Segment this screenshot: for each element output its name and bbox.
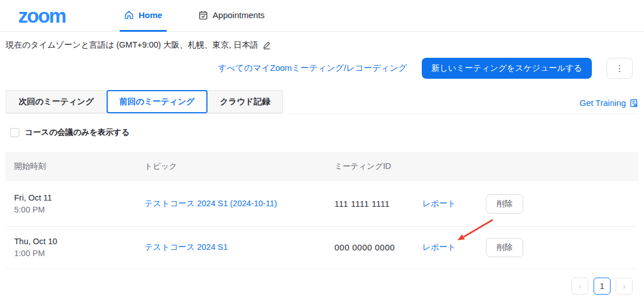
- edit-timezone-icon[interactable]: [262, 41, 271, 49]
- more-options-button[interactable]: ⋮: [607, 58, 633, 79]
- nav-item-appointments[interactable]: Appointments: [194, 0, 269, 32]
- zoom-logo[interactable]: zoom: [18, 6, 65, 25]
- tab-previous-meetings[interactable]: 前回のミーティング: [107, 90, 208, 113]
- report-link[interactable]: レポート: [422, 199, 456, 208]
- calendar-check-icon: [198, 10, 208, 20]
- meeting-date: Fri, Oct 11: [14, 193, 145, 202]
- start-time-cell: Fri, Oct 11 5:00 PM: [14, 193, 145, 214]
- meeting-id: 000 0000 0000: [334, 242, 422, 252]
- meetings-tabs-row: 次回のミーティング 前回のミーティング クラウド記録 Get Training: [6, 90, 638, 114]
- chevron-left-icon: ‹: [579, 282, 582, 291]
- get-training-label: Get Training: [579, 98, 626, 108]
- schedule-meeting-button[interactable]: 新しいミーティングをスケジュールする: [422, 58, 592, 79]
- meeting-time: 1:00 PM: [14, 249, 145, 258]
- table-row: Fri, Oct 11 5:00 PM テストコース 2024 S1 (2024…: [6, 181, 638, 227]
- main-content: 現在のタイムゾーンと言語は (GMT+9:00) 大阪、札幌、東京, 日本語 す…: [0, 40, 644, 295]
- actions-row: すべてのマイZoomミーティング/レコーディング 新しいミーティングをスケジュー…: [6, 58, 638, 79]
- start-time-cell: Thu, Oct 10 1:00 PM: [14, 237, 145, 258]
- col-header-meeting-id: ミーティングID: [334, 161, 422, 172]
- tab-upcoming-meetings[interactable]: 次回のミーティング: [6, 90, 107, 113]
- all-meetings-link[interactable]: すべてのマイZoomミーティング/レコーディング: [218, 63, 407, 74]
- timezone-text: 現在のタイムゾーンと言語は (GMT+9:00) 大阪、札幌、東京, 日本語: [6, 40, 258, 50]
- nav-appointments-label: Appointments: [213, 10, 265, 20]
- header-nav: Home Appointments: [120, 0, 269, 31]
- top-header: zoom Home Appointments: [0, 0, 644, 32]
- course-filter-row: コースの会議のみを表示する: [6, 127, 638, 138]
- course-only-label[interactable]: コースの会議のみを表示する: [25, 127, 130, 138]
- table-row: Thu, Oct 10 1:00 PM テストコース 2024 S1 000 0…: [6, 227, 638, 269]
- current-page-button[interactable]: 1: [594, 278, 611, 295]
- meeting-date: Thu, Oct 10: [14, 237, 145, 246]
- pagination: ‹ 1 ›: [6, 278, 638, 295]
- table-body: Fri, Oct 11 5:00 PM テストコース 2024 S1 (2024…: [6, 181, 638, 269]
- training-doc-icon: [629, 99, 638, 108]
- meeting-time: 5:00 PM: [14, 205, 145, 214]
- timezone-row: 現在のタイムゾーンと言語は (GMT+9:00) 大阪、札幌、東京, 日本語: [6, 40, 638, 50]
- col-header-start-time: 開始時刻: [14, 161, 145, 172]
- delete-button[interactable]: 削除: [486, 194, 523, 214]
- report-link[interactable]: レポート: [422, 242, 456, 252]
- vertical-ellipsis-icon: ⋮: [616, 63, 624, 73]
- prev-page-button[interactable]: ‹: [571, 278, 588, 295]
- tab-cloud-recordings[interactable]: クラウド記録: [207, 90, 283, 113]
- meetings-tab-group: 次回のミーティング 前回のミーティング クラウド記録: [6, 90, 282, 113]
- chevron-right-icon: ›: [623, 282, 626, 291]
- col-header-topic: トピック: [145, 161, 334, 172]
- previous-meetings-table: 開始時刻 トピック ミーティングID Fri, Oct 11 5:00 PM テ…: [6, 152, 638, 269]
- next-page-button[interactable]: ›: [616, 278, 633, 295]
- meeting-id: 111 1111 1111: [334, 199, 422, 208]
- get-training-link[interactable]: Get Training: [579, 98, 638, 113]
- home-icon: [124, 10, 134, 20]
- meeting-topic-link[interactable]: テストコース 2024 S1 (2024-10-11): [145, 199, 277, 208]
- course-only-checkbox[interactable]: [10, 128, 19, 137]
- nav-item-home[interactable]: Home: [120, 0, 167, 32]
- meeting-topic-link[interactable]: テストコース 2024 S1: [145, 242, 228, 252]
- zoom-web-portal: { "header": { "logo": "zoom", "nav": [ {…: [0, 0, 644, 298]
- delete-button[interactable]: 削除: [486, 238, 523, 257]
- table-header-row: 開始時刻 トピック ミーティングID: [6, 152, 638, 181]
- nav-home-label: Home: [138, 10, 162, 20]
